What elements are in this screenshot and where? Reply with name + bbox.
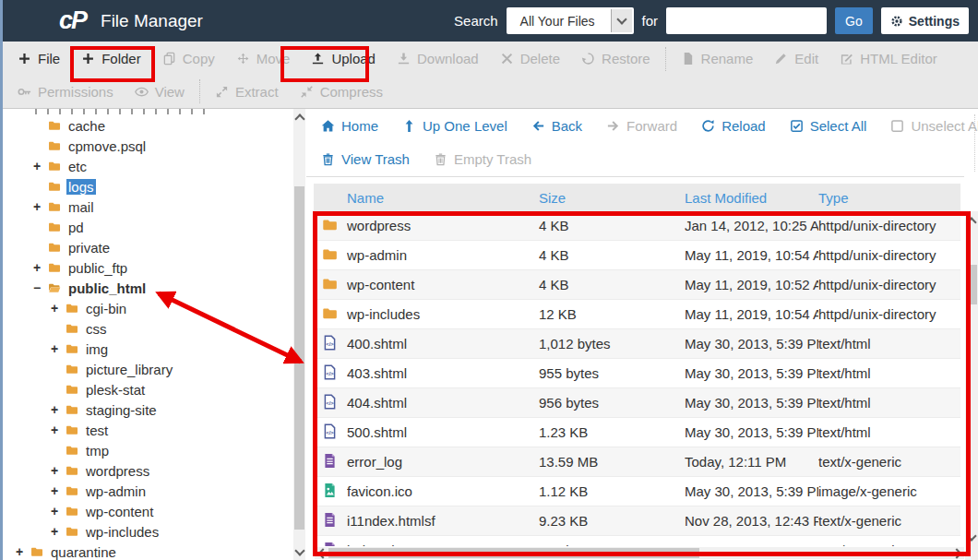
tree-item-cgi-bin[interactable]: + cgi-bin [0, 298, 293, 318]
expand-toggle[interactable]: + [16, 544, 30, 559]
scroll-left-arrow[interactable] [315, 547, 328, 559]
toolbar-button-permissions[interactable]: Permissions [18, 84, 113, 100]
tree-item-cache[interactable]: cache [0, 115, 293, 136]
table-row-favicon-ico[interactable]: favicon.ico 1.12 KB May 30, 2013, 5:39 P… [314, 477, 960, 506]
table-row-wordpress[interactable]: wordpress 4 KB Jan 14, 2012, 10:25 AM ht… [314, 211, 960, 241]
toolbar-button-compress[interactable]: Compress [300, 84, 383, 100]
expand-toggle[interactable]: + [51, 341, 65, 356]
table-scrollbar-thumb[interactable] [966, 265, 977, 304]
table-row-wp-admin[interactable]: wp-admin 4 KB May 11, 2019, 10:54 AM htt… [314, 241, 960, 270]
scroll-up-arrow[interactable] [293, 111, 305, 124]
nav-button-view-trash[interactable]: View Trash [321, 151, 410, 167]
toolbar-button-restore[interactable]: Restore [581, 51, 650, 66]
file-text-icon [322, 453, 338, 469]
tree-item-wordpress[interactable]: + wordpress [0, 460, 293, 481]
tree-item-wp-includes[interactable]: + wp-includes [0, 521, 293, 542]
expand-toggle[interactable]: + [51, 463, 65, 478]
table-row-403-shtml[interactable]: 403.shtml 955 bytes May 30, 2013, 5:39 P… [314, 359, 960, 388]
tree-item-quarantine[interactable]: + quarantine [0, 542, 293, 560]
tree-item-cpmove-psql[interactable]: cpmove.psql [0, 136, 293, 156]
tree-item-test[interactable]: + test [0, 420, 293, 440]
expand-toggle[interactable]: + [51, 483, 65, 498]
toolbar-button-delete[interactable]: Delete [500, 51, 560, 66]
tree-item-wp-admin[interactable]: + wp-admin [0, 481, 293, 501]
column-header-last-modified[interactable]: Last Modified [685, 190, 818, 206]
tree-item-wp-content[interactable]: + wp-content [0, 501, 293, 521]
toolbar-button-extract[interactable]: Extract [215, 84, 279, 100]
table-row-index-php[interactable]: index.php 420 bytes May 11, 2019, 10:54 … [314, 536, 960, 546]
nav-button-forward[interactable]: Forward [606, 118, 677, 134]
table-row-error-log[interactable]: error_log 13.59 MB Today, 12:11 PM text/… [314, 447, 960, 477]
expand-toggle[interactable]: + [51, 402, 65, 417]
plus-icon [81, 52, 95, 66]
nav-button-select-all[interactable]: Select All [790, 118, 867, 134]
folder-icon [65, 403, 79, 416]
tree-item-public-html[interactable]: − public_html [0, 278, 293, 298]
doc-icon [681, 52, 695, 66]
toolbar-button-file[interactable]: File [18, 51, 60, 66]
tree-item-private[interactable]: private [0, 237, 293, 257]
column-header-type[interactable]: Type [818, 190, 960, 206]
tree-item-css[interactable]: css [0, 318, 293, 339]
tree-item-logs[interactable]: logs [0, 176, 293, 197]
table-row-500-shtml[interactable]: 500.shtml 1.23 KB May 30, 2013, 5:39 PM … [314, 418, 960, 447]
scroll-up-arrow[interactable] [965, 214, 978, 227]
toolbar-button-move[interactable]: Move [236, 51, 291, 66]
expand-toggle[interactable]: + [33, 260, 47, 275]
table-horizontal-scrollbar[interactable] [315, 547, 964, 559]
file-type: text/x-generic [818, 513, 960, 529]
expand-toggle[interactable]: − [33, 280, 47, 295]
settings-button[interactable]: Settings [881, 7, 969, 34]
toolbar-button-html-editor[interactable]: HTML Editor [840, 51, 937, 66]
file-modified: May 30, 2013, 5:39 PM [685, 336, 818, 351]
nav-button-empty-trash[interactable]: Empty Trash [434, 151, 531, 167]
tree-item-tmp[interactable]: tmp [0, 440, 293, 460]
sidebar-scrollbar-thumb[interactable] [294, 186, 304, 530]
toolbar-button-folder[interactable]: Folder [81, 51, 141, 66]
expand-toggle[interactable]: + [51, 301, 65, 316]
nav-button-reload[interactable]: Reload [701, 118, 766, 134]
column-header-name[interactable]: Name [347, 190, 539, 206]
tree-item-mail[interactable]: + mail [0, 197, 293, 217]
go-button[interactable]: Go [835, 7, 873, 34]
expand-toggle[interactable]: + [51, 524, 65, 539]
scroll-down-arrow[interactable] [965, 530, 978, 543]
tree-item-public-ftp[interactable]: + public_ftp [0, 257, 293, 278]
table-row-404-shtml[interactable]: 404.shtml 956 bytes May 30, 2013, 5:39 P… [314, 388, 960, 418]
toolbar-button-edit[interactable]: Edit [774, 51, 818, 66]
tree-item-plesk-stat[interactable]: plesk-stat [0, 379, 293, 399]
expand-toggle[interactable]: + [33, 199, 47, 214]
scroll-right-arrow[interactable] [951, 547, 964, 559]
toolbar-button-upload[interactable]: Upload [311, 51, 376, 66]
expand-toggle[interactable]: + [51, 504, 65, 518]
column-header-size[interactable]: Size [539, 190, 685, 206]
tree-item-img[interactable]: + img [0, 339, 293, 359]
toolbar-button-copy[interactable]: Copy [162, 51, 215, 66]
expand-toggle[interactable]: + [51, 423, 65, 437]
table-row-i11ndex-htmlsf[interactable]: i11ndex.htmlsf 9.23 KB Nov 28, 2013, 12:… [314, 506, 960, 536]
nav-button-unselect-all[interactable]: Unselect All [890, 118, 978, 134]
toolbar-button-download[interactable]: Download [397, 51, 479, 66]
search-scope-select[interactable]: All Your Files [507, 7, 634, 34]
table-vertical-scrollbar[interactable] [965, 211, 978, 546]
sidebar-scrollbar[interactable] [293, 109, 305, 560]
tree-item-etc[interactable]: + etc [0, 156, 293, 176]
table-row-wp-content[interactable]: wp-content 4 KB May 11, 2019, 10:52 AM h… [314, 270, 960, 300]
toolbar-button-view[interactable]: View [135, 84, 185, 100]
h-scrollbar-thumb[interactable] [328, 548, 699, 558]
tree-item-pd[interactable]: pd [0, 217, 293, 237]
expand-toggle[interactable]: + [33, 159, 47, 173]
nav-button-back[interactable]: Back [531, 118, 582, 134]
nav-button-up-one-level[interactable]: Up One Level [402, 118, 507, 134]
table-row-wp-includes[interactable]: wp-includes 12 KB May 11, 2019, 10:54 AM… [314, 300, 960, 329]
nav-button-home[interactable]: Home [321, 118, 378, 134]
search-input[interactable] [666, 7, 827, 34]
gear-icon [890, 15, 903, 28]
scroll-down-arrow[interactable] [293, 545, 305, 558]
tree-item-picture-library[interactable]: picture_library [0, 359, 293, 379]
tree-item-staging-site[interactable]: + staging-site [0, 399, 293, 420]
file-name: index.php [347, 542, 539, 546]
table-row-400-shtml[interactable]: 400.shtml 1,012 bytes May 30, 2013, 5:39… [314, 329, 960, 359]
chevron-down-icon [611, 9, 632, 32]
toolbar-button-rename[interactable]: Rename [681, 51, 754, 66]
